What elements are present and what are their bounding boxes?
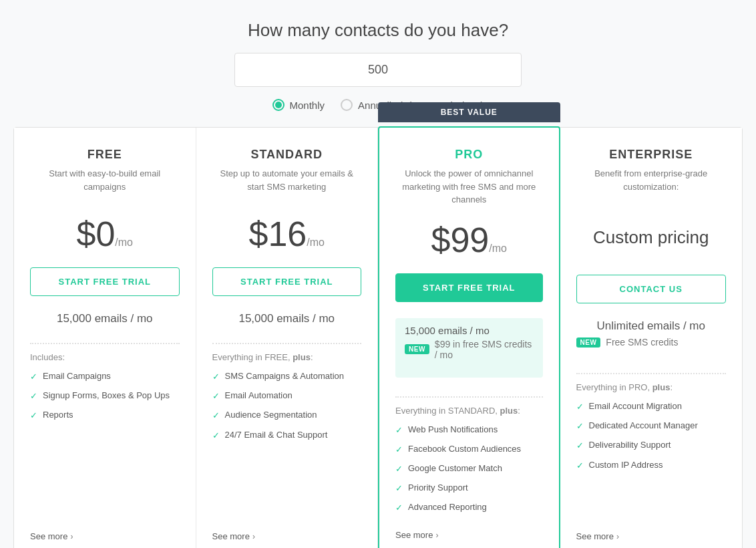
see-more-arrow: › bbox=[252, 532, 255, 541]
includes-label-pro: Everything in STANDARD, plus: bbox=[395, 406, 543, 416]
feature-item: ✓ Web Push Notifications bbox=[395, 424, 543, 436]
feature-text: Web Push Notifications bbox=[408, 424, 498, 436]
emails-section-enterprise: Unlimited emails / mo NEW Free SMS credi… bbox=[576, 319, 727, 358]
plan-description-free: Start with easy-to-build email campaigns bbox=[30, 167, 180, 200]
new-badge-pro: NEW bbox=[405, 344, 429, 354]
feature-item: ✓ Email Campaigns bbox=[30, 370, 180, 383]
feature-item: ✓ Priority Support bbox=[395, 482, 543, 495]
sms-badge-row-enterprise: NEW Free SMS credits bbox=[576, 337, 727, 348]
feature-list-enterprise: ✓ Email Account Migration ✓ Dedicated Ac… bbox=[576, 400, 727, 522]
feature-text: SMS Campaigns & Automation bbox=[225, 370, 344, 382]
feature-text: Dedicated Account Manager bbox=[589, 420, 698, 432]
feature-item: ✓ Reports bbox=[30, 409, 180, 422]
divider-standard bbox=[212, 343, 362, 344]
emails-section-free: 15,000 emails / mo bbox=[30, 312, 180, 328]
contacts-input-wrapper: 500 bbox=[13, 53, 743, 87]
check-icon: ✓ bbox=[395, 502, 403, 514]
check-icon: ✓ bbox=[212, 410, 220, 422]
check-icon: ✓ bbox=[395, 444, 403, 456]
cta-enterprise[interactable]: CONTACT US bbox=[576, 275, 727, 303]
plan-name-standard: STANDARD bbox=[212, 148, 362, 162]
monthly-radio[interactable] bbox=[272, 99, 285, 111]
plan-description-standard: Step up to automate your emails & start … bbox=[212, 167, 362, 200]
includes-label-enterprise: Everything in PRO, plus: bbox=[576, 382, 727, 392]
plan-price-standard: $16/mo bbox=[212, 214, 362, 254]
see-more-standard[interactable]: See more › bbox=[212, 531, 362, 541]
price-amount-free: $0 bbox=[76, 215, 115, 253]
check-icon: ✓ bbox=[30, 410, 37, 422]
plan-name-pro: PRO bbox=[395, 148, 543, 162]
see-more-free[interactable]: See more › bbox=[30, 531, 180, 541]
plan-card-free: FREE Start with easy-to-build email camp… bbox=[14, 128, 196, 548]
feature-text: Custom IP Address bbox=[589, 459, 663, 471]
price-amount-standard: $16 bbox=[249, 215, 307, 253]
feature-item: ✓ Advanced Reporting bbox=[395, 501, 543, 514]
see-more-arrow: › bbox=[616, 532, 619, 541]
feature-item: ✓ Google Customer Match bbox=[395, 462, 543, 475]
feature-text: Deliverability Support bbox=[589, 439, 671, 451]
emails-unlimited: Unlimited emails / mo bbox=[576, 319, 727, 333]
check-icon: ✓ bbox=[212, 371, 220, 383]
check-icon: ✓ bbox=[212, 430, 220, 442]
price-period-free: /mo bbox=[115, 237, 133, 248]
see-more-arrow: › bbox=[435, 531, 438, 540]
plan-price-pro: $99/mo bbox=[395, 220, 543, 260]
feature-item: ✓ Email Automation bbox=[212, 390, 362, 402]
divider-pro bbox=[395, 396, 543, 398]
check-icon: ✓ bbox=[576, 401, 584, 413]
header-section: How many contacts do you have? 500 Month… bbox=[13, 20, 743, 111]
sms-badge-row-pro: NEW $99 in free SMS credits / mo bbox=[405, 339, 534, 360]
feature-text: Email Account Migration bbox=[589, 400, 682, 412]
feature-text: Email Automation bbox=[225, 390, 293, 402]
feature-list-standard: ✓ SMS Campaigns & Automation ✓ Email Aut… bbox=[212, 370, 362, 522]
emails-count-free: 15,000 emails / mo bbox=[30, 312, 180, 325]
feature-text: Signup Forms, Boxes & Pop Ups bbox=[43, 390, 170, 402]
monthly-option[interactable]: Monthly bbox=[272, 99, 325, 111]
includes-label-free: Includes: bbox=[30, 352, 180, 362]
plan-card-pro: BEST VALUE PRO Unlock the power of omnic… bbox=[378, 126, 560, 548]
price-period-standard: /mo bbox=[307, 237, 325, 248]
check-icon: ✓ bbox=[395, 424, 403, 436]
contacts-input[interactable]: 500 bbox=[234, 53, 522, 87]
see-more-pro[interactable]: See more › bbox=[395, 530, 543, 540]
feature-list-free: ✓ Email Campaigns ✓ Signup Forms, Boxes … bbox=[30, 370, 180, 522]
includes-label-standard: Everything in FREE, plus: bbox=[212, 352, 362, 362]
feature-item: ✓ Signup Forms, Boxes & Pop Ups bbox=[30, 390, 180, 402]
divider-free bbox=[30, 343, 180, 344]
plan-description-enterprise: Benefit from enterprise-grade customizat… bbox=[576, 167, 727, 200]
feature-text: Google Customer Match bbox=[408, 462, 502, 474]
annually-radio[interactable] bbox=[341, 99, 353, 111]
plan-card-standard: STANDARD Step up to automate your emails… bbox=[196, 128, 379, 548]
feature-text: Priority Support bbox=[408, 482, 468, 494]
sms-highlight-pro: 15,000 emails / mo NEW $99 in free SMS c… bbox=[395, 318, 543, 378]
cta-free[interactable]: START FREE TRIAL bbox=[30, 267, 180, 296]
feature-text: Facebook Custom Audiences bbox=[408, 443, 521, 455]
new-badge-enterprise: NEW bbox=[576, 337, 601, 348]
plan-name-free: FREE bbox=[30, 148, 180, 162]
plan-name-enterprise: ENTERPRISE bbox=[576, 148, 727, 162]
feature-text: Audience Segmentation bbox=[225, 409, 317, 421]
see-more-enterprise[interactable]: See more › bbox=[576, 531, 727, 541]
feature-text: Reports bbox=[43, 409, 73, 421]
price-amount-pro: $99 bbox=[431, 221, 490, 259]
custom-pricing: Custom pricing bbox=[576, 214, 727, 261]
check-icon: ✓ bbox=[30, 390, 37, 402]
feature-list-pro: ✓ Web Push Notifications ✓ Facebook Cust… bbox=[395, 424, 543, 521]
feature-item: ✓ Email Account Migration bbox=[576, 400, 727, 413]
check-icon: ✓ bbox=[395, 463, 403, 475]
feature-item: ✓ Audience Segmentation bbox=[212, 409, 362, 422]
feature-text: Advanced Reporting bbox=[408, 501, 487, 513]
see-more-arrow: › bbox=[70, 532, 73, 541]
feature-item: ✓ Deliverability Support bbox=[576, 439, 727, 452]
cta-pro[interactable]: START FREE TRIAL bbox=[395, 273, 543, 302]
emails-count-standard: 15,000 emails / mo bbox=[212, 312, 362, 325]
main-question: How many contacts do you have? bbox=[13, 20, 743, 41]
check-icon: ✓ bbox=[576, 460, 584, 472]
plans-grid: FREE Start with easy-to-build email camp… bbox=[13, 127, 743, 548]
feature-text: Email Campaigns bbox=[43, 370, 111, 382]
sms-text-enterprise: Free SMS credits bbox=[606, 337, 678, 348]
price-period-pro: /mo bbox=[489, 243, 507, 254]
check-icon: ✓ bbox=[212, 390, 220, 402]
cta-standard[interactable]: START FREE TRIAL bbox=[212, 267, 362, 296]
plan-description-pro: Unlock the power of omnichannel marketin… bbox=[395, 167, 543, 207]
